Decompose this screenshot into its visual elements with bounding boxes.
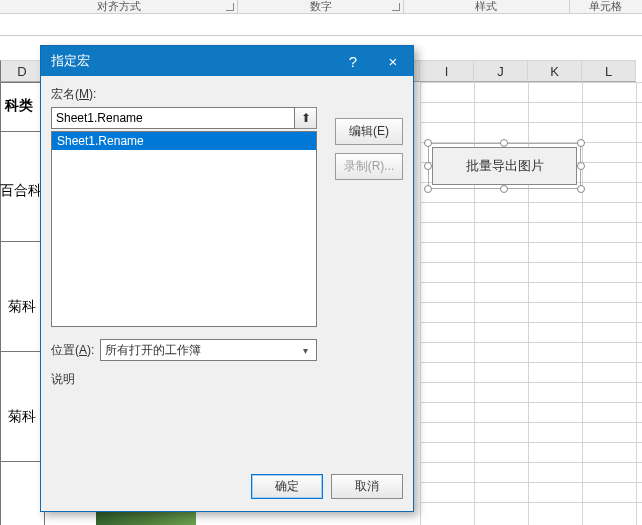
ribbon-group-align[interactable]: 对齐方式 (0, 0, 238, 13)
edit-button[interactable]: 编辑(E) (335, 118, 403, 145)
column-header[interactable]: K (528, 60, 582, 82)
resize-handle[interactable] (577, 185, 585, 193)
dialog-titlebar[interactable]: 指定宏 ? × (41, 46, 413, 76)
dialog-launcher-icon[interactable] (392, 3, 400, 11)
chevron-down-icon: ▾ (298, 345, 312, 356)
ok-button[interactable]: 确定 (251, 474, 323, 499)
macro-name-label: 宏名(M): (51, 86, 403, 103)
column-header[interactable]: J (474, 60, 528, 82)
dialog-footer: 确定 取消 (41, 474, 413, 511)
ribbon-group-cells[interactable]: 单元格 (570, 0, 642, 13)
shape-export-images[interactable]: 批量导出图片 (432, 147, 577, 185)
macro-list[interactable]: Sheet1.Rename (51, 131, 317, 327)
formula-bar[interactable] (0, 14, 642, 36)
column-header[interactable]: D (0, 60, 44, 82)
column-header[interactable]: L (582, 60, 636, 82)
description-label: 说明 (51, 371, 403, 388)
button-label: 编辑(E) (349, 123, 389, 140)
column-header[interactable]: I (420, 60, 474, 82)
cell[interactable]: 菊科 (8, 408, 36, 426)
combo-value: 所有打开的工作簿 (105, 342, 201, 359)
resize-handle[interactable] (424, 139, 432, 147)
dialog-title: 指定宏 (51, 52, 90, 70)
record-button: 录制(R)... (335, 153, 403, 180)
macro-list-item-label: Sheet1.Rename (57, 134, 144, 148)
resize-handle[interactable] (500, 139, 508, 147)
ribbon-group-style[interactable]: 样式 (404, 0, 570, 13)
ribbon-group-label: 数字 (310, 0, 332, 12)
macro-ref-button[interactable]: ⬆ (295, 107, 317, 129)
button-label: 取消 (355, 478, 379, 495)
resize-handle[interactable] (424, 162, 432, 170)
ribbon-group-label: 对齐方式 (97, 0, 141, 12)
resize-handle[interactable] (577, 162, 585, 170)
location-label: 位置(A): (51, 342, 94, 359)
macro-list-item[interactable]: Sheet1.Rename (52, 132, 316, 150)
button-label: 录制(R)... (344, 158, 395, 175)
close-icon: × (389, 53, 398, 70)
resize-handle[interactable] (424, 185, 432, 193)
arrow-up-icon: ⬆ (301, 111, 311, 125)
ribbon-group-label: 单元格 (589, 0, 622, 12)
button-label: 确定 (275, 478, 299, 495)
cell[interactable]: 菊科 (8, 298, 36, 316)
cell[interactable]: 百合科 (0, 182, 42, 200)
ribbon-group-number[interactable]: 数字 (238, 0, 404, 13)
help-icon: ? (349, 53, 357, 70)
shape-label: 批量导出图片 (466, 158, 544, 173)
ribbon: 对齐方式 数字 样式 单元格 (0, 0, 642, 14)
assign-macro-dialog: 指定宏 ? × 宏名(M): ⬆ Sheet1.Rename 编辑(E) 录制(… (40, 45, 414, 512)
cancel-button[interactable]: 取消 (331, 474, 403, 499)
ribbon-group-label: 样式 (475, 0, 497, 12)
resize-handle[interactable] (500, 185, 508, 193)
location-combo[interactable]: 所有打开的工作簿 ▾ (100, 339, 317, 361)
help-button[interactable]: ? (333, 46, 373, 76)
macro-name-input[interactable] (51, 107, 295, 129)
dialog-launcher-icon[interactable] (226, 3, 234, 11)
resize-handle[interactable] (577, 139, 585, 147)
close-button[interactable]: × (373, 46, 413, 76)
cell-header[interactable]: 科类 (5, 97, 33, 115)
